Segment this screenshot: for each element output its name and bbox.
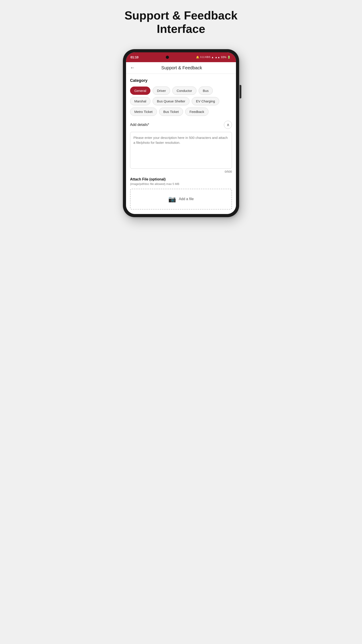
status-icons: 🔔 0.11 KB/S ▲ ▲▲ 93% 🔋 — [196, 56, 231, 59]
phone-shell: 01:10 🔔 0.11 KB/S ▲ ▲▲ 93% 🔋 ← Support &… — [123, 49, 239, 217]
page-heading: Support & Feedback Interface — [103, 9, 259, 36]
chips-row-3: Metro Ticket Bus Ticket Feedback — [130, 108, 232, 116]
battery-level: 93% — [221, 56, 226, 59]
add-details-label: Add details* — [130, 123, 149, 127]
chip-marshal[interactable]: Marshal — [130, 97, 150, 105]
data-speed: 0.11 KB/S — [200, 56, 210, 58]
chips-row-1: General Driver Conductor Bus — [130, 86, 232, 95]
description-textarea[interactable] — [133, 135, 229, 164]
camera-notch — [166, 56, 169, 59]
chip-driver[interactable]: Driver — [153, 86, 170, 95]
wifi-icon: ▲ — [211, 56, 214, 59]
collapse-button[interactable]: ∧ — [224, 121, 232, 129]
back-button[interactable]: ← — [130, 65, 135, 70]
screen-content: Category General Driver Conductor Bus Ma… — [126, 74, 236, 214]
chip-conductor[interactable]: Conductor — [172, 86, 196, 95]
chip-general[interactable]: General — [130, 86, 150, 95]
chip-bus-queue-shelter[interactable]: Bus Queue Shelter — [153, 97, 189, 105]
signal-icon: ▲▲ — [215, 56, 220, 59]
phone-screen: 01:10 🔔 0.11 KB/S ▲ ▲▲ 93% 🔋 ← Support &… — [126, 52, 236, 214]
app-bar: ← Support & Feedback — [126, 62, 236, 74]
status-time: 01:10 — [130, 56, 139, 59]
chip-metro-ticket[interactable]: Metro Ticket — [130, 108, 157, 116]
add-details-row: Add details* ∧ — [130, 121, 232, 129]
description-wrapper — [130, 132, 232, 168]
app-bar-title: Support & Feedback — [139, 65, 225, 70]
chip-feedback[interactable]: Feedback — [185, 108, 209, 116]
chips-row-2: Marshal Bus Queue Shelter EV Charging — [130, 97, 232, 105]
notification-icon: 🔔 — [196, 56, 199, 59]
battery-icon: 🔋 — [227, 56, 231, 59]
chip-bus-ticket[interactable]: Bus Ticket — [159, 108, 183, 116]
char-count: 0/500 — [130, 170, 232, 173]
chip-bus[interactable]: Bus — [199, 86, 213, 95]
attach-file-title: Attach File (optional) — [130, 177, 232, 181]
status-bar: 01:10 🔔 0.11 KB/S ▲ ▲▲ 93% 🔋 — [126, 52, 236, 62]
chip-ev-charging[interactable]: EV Charging — [192, 97, 219, 105]
category-label: Category — [130, 78, 232, 83]
attach-file-subtitle: (image/pdf/doc file allowed) max 5 MB — [130, 182, 232, 186]
camera-icon: 📷 — [168, 196, 176, 203]
add-file-label: Add a file — [179, 197, 194, 201]
attach-dropzone[interactable]: 📷 Add a file — [130, 189, 232, 210]
